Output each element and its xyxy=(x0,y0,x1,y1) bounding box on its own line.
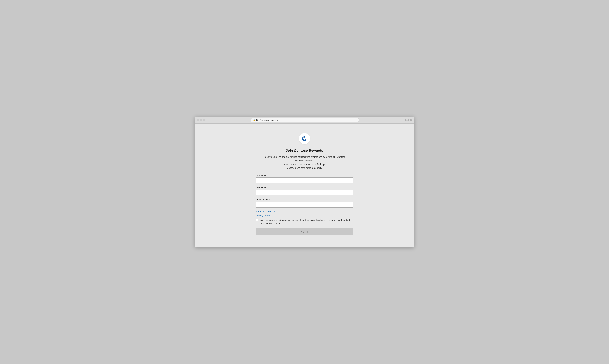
browser-actions xyxy=(405,119,412,121)
address-bar[interactable]: 🔒 http://www.contoso.com xyxy=(251,118,359,122)
last-name-group: Last name xyxy=(256,186,353,195)
consent-text: Yes, I consent to receiving marketing te… xyxy=(260,219,353,225)
browser-close-btn[interactable] xyxy=(197,119,199,121)
last-name-input[interactable] xyxy=(256,190,353,195)
browser-window: 🔒 http://www.contoso.com Join Contoso Re… xyxy=(195,117,414,247)
browser-toolbar: 🔒 http://www.contoso.com xyxy=(195,117,414,124)
signup-button[interactable]: Sign up xyxy=(256,228,353,235)
lock-icon: 🔒 xyxy=(253,119,255,121)
terms-link[interactable]: Terms and Conditions xyxy=(256,210,353,213)
first-name-input[interactable] xyxy=(256,177,353,183)
page-description: Receive coupons and get notified of upco… xyxy=(261,155,348,170)
phone-group: Phone number xyxy=(256,198,353,208)
description-line2: Text STOP to opt-out, text HELP for help… xyxy=(284,163,325,166)
phone-input[interactable] xyxy=(256,202,353,208)
browser-action-dot-1[interactable] xyxy=(405,119,407,121)
browser-minimize-btn[interactable] xyxy=(200,119,202,121)
page-title: Join Contoso Rewards xyxy=(286,149,323,153)
address-bar-container: 🔒 http://www.contoso.com xyxy=(207,118,403,122)
consent-checkbox[interactable] xyxy=(256,219,258,221)
logo-circle xyxy=(299,133,310,144)
form-fields: First name Last name Phone number Terms … xyxy=(256,174,353,235)
contoso-logo-svg xyxy=(301,135,308,142)
browser-content: Join Contoso Rewards Receive coupons and… xyxy=(195,124,414,247)
phone-label: Phone number xyxy=(256,198,353,201)
browser-controls xyxy=(197,119,205,121)
url-text: http://www.contoso.com xyxy=(256,119,278,121)
first-name-group: First name xyxy=(256,174,353,183)
form-container: Join Contoso Rewards Receive coupons and… xyxy=(256,133,353,235)
description-line1: Receive coupons and get notified of upco… xyxy=(263,156,346,162)
description-line3: Message and data rates may apply. xyxy=(287,167,322,169)
browser-action-dot-3[interactable] xyxy=(410,119,412,121)
privacy-link[interactable]: Privacy Policy xyxy=(256,214,353,217)
last-name-label: Last name xyxy=(256,186,353,189)
consent-row: Yes, I consent to receiving marketing te… xyxy=(256,219,353,225)
browser-action-dot-2[interactable] xyxy=(407,119,409,121)
browser-maximize-btn[interactable] xyxy=(203,119,205,121)
first-name-label: First name xyxy=(256,174,353,177)
